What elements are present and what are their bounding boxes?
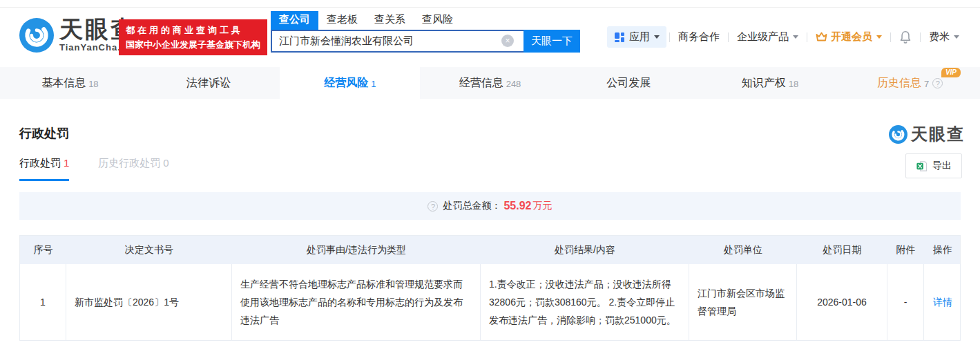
summary-label: 处罚总金额： bbox=[443, 200, 501, 212]
col-header-doc-no: 决定文书号 bbox=[66, 236, 232, 264]
crown-icon bbox=[816, 32, 827, 42]
help-question-icon[interactable]: ? bbox=[932, 78, 943, 88]
tab-label: 公司发展 bbox=[606, 76, 651, 91]
tab-count: 18 bbox=[88, 79, 98, 89]
tab-business-info[interactable]: 经营信息 248 bbox=[420, 67, 560, 99]
business-cooperation-link[interactable]: 商务合作 bbox=[670, 30, 728, 44]
apps-menu[interactable]: 应用 bbox=[607, 26, 666, 48]
enterprise-products-menu[interactable]: 企业级产品 bbox=[729, 30, 807, 44]
col-header-attachment: 附件 bbox=[887, 236, 924, 264]
search-tabs: 查公司 查老板 查关系 查风险 bbox=[271, 12, 580, 30]
tab-count: 7 bbox=[924, 79, 929, 89]
detail-link[interactable]: 详情 bbox=[933, 293, 952, 311]
tab-label: 基本信息 bbox=[41, 76, 86, 91]
tab-count: 1 bbox=[371, 79, 376, 89]
vip-label: 开通会员 bbox=[831, 30, 872, 44]
tianyancha-watermark-icon bbox=[889, 125, 907, 144]
notifications-bell-icon[interactable] bbox=[891, 30, 920, 44]
tab-business-risk[interactable]: 经营风险 1 bbox=[280, 67, 420, 99]
col-header-action: 操作 bbox=[924, 236, 961, 264]
site-header: 天眼查 TianYanCha.com 都在用的商业查询工具 国家中小企业发展子基… bbox=[0, 8, 980, 66]
tab-legal-litigation[interactable]: 法律诉讼 bbox=[140, 67, 280, 99]
subtab-admin-penalty[interactable]: 行政处罚1 bbox=[19, 157, 69, 181]
penalty-amount-unit: 万元 bbox=[533, 200, 553, 212]
col-header-date: 处罚日期 bbox=[797, 236, 887, 264]
cell-index: 1 bbox=[20, 264, 66, 340]
col-header-index: 序号 bbox=[20, 236, 66, 264]
subtab-history-penalty[interactable]: 历史行政处罚0 bbox=[98, 157, 169, 181]
search-tab-relation[interactable]: 查关系 bbox=[366, 11, 414, 30]
col-header-unit: 处罚单位 bbox=[689, 236, 797, 264]
tab-history-info[interactable]: VIP 历史信息 7 ? bbox=[840, 67, 980, 99]
header-menu: 应用 商务合作 企业级产品 开通会员 费米 bbox=[607, 26, 968, 48]
export-label: 导出 bbox=[932, 160, 952, 172]
enterprise-label: 企业级产品 bbox=[737, 30, 789, 44]
cell-action: 详情 bbox=[924, 264, 961, 340]
user-account-menu[interactable]: 费米 bbox=[921, 30, 968, 44]
search-button[interactable]: 天眼一下 bbox=[523, 30, 580, 53]
col-header-result: 处罚结果/内容 bbox=[481, 236, 689, 264]
tab-basic-info[interactable]: 基本信息 18 bbox=[0, 67, 140, 99]
tianyancha-watermark: 天眼查 bbox=[889, 123, 965, 145]
export-button[interactable]: 导出 bbox=[905, 153, 962, 178]
tab-label: 知识产权 bbox=[742, 76, 786, 91]
search-tab-boss[interactable]: 查老板 bbox=[318, 11, 366, 30]
clear-search-icon[interactable]: × bbox=[501, 35, 514, 47]
tab-label: 经营信息 bbox=[459, 76, 503, 91]
watermark-text: 天眼查 bbox=[911, 123, 965, 145]
search-tab-risk[interactable]: 查风险 bbox=[414, 11, 461, 30]
cell-date: 2026-01-06 bbox=[797, 264, 887, 340]
cell-reason: 生产经营不符合地理标志产品标准和管理规范要求而使用该地理标志产品的名称和专用标志… bbox=[232, 264, 481, 340]
username-label: 费米 bbox=[929, 30, 950, 44]
chevron-down-icon bbox=[654, 35, 660, 39]
help-question-icon[interactable]: ? bbox=[427, 201, 438, 212]
apps-label: 应用 bbox=[629, 30, 650, 44]
table-row: 1 新市监处罚〔2026〕1号 生产经营不符合地理标志产品标准和管理规范要求而使… bbox=[19, 264, 961, 341]
tab-count: 248 bbox=[506, 79, 521, 89]
penalty-summary-bar: ? 处罚总金额： 55.92 万元 bbox=[19, 192, 961, 220]
company-nav-tabs: 基本信息 18 法律诉讼 经营风险 1 经营信息 248 公司发展 知识产权 1… bbox=[0, 67, 980, 99]
slogan-line1: 都在用的商业查询工具 bbox=[126, 23, 260, 37]
subtab-label: 历史行政处罚 bbox=[98, 157, 160, 169]
subtab-count: 1 bbox=[64, 157, 69, 169]
penalty-subtabs: 行政处罚1 历史行政处罚0 bbox=[19, 157, 198, 181]
tab-label: 经营风险 bbox=[324, 76, 368, 91]
tab-company-development[interactable]: 公司发展 bbox=[560, 67, 700, 99]
chevron-down-icon bbox=[793, 35, 798, 39]
vip-badge: VIP bbox=[941, 68, 961, 77]
slogan-line2: 国家中小企业发展子基金旗下机构 bbox=[126, 37, 260, 52]
tab-label: 历史信息 bbox=[877, 76, 921, 91]
top-strip bbox=[0, 0, 980, 8]
tianyancha-logo-icon bbox=[19, 18, 54, 53]
search-input[interactable] bbox=[271, 30, 523, 53]
table-header-row: 序号 决定文书号 处罚事由/违法行为类型 处罚结果/内容 处罚单位 处罚日期 附… bbox=[19, 235, 961, 264]
tab-count: 18 bbox=[789, 79, 798, 89]
search-tab-company[interactable]: 查公司 bbox=[271, 11, 318, 30]
subtab-label: 行政处罚 bbox=[19, 157, 61, 169]
section-title: 行政处罚 bbox=[19, 125, 69, 142]
apps-grid-icon bbox=[614, 32, 625, 43]
excel-icon bbox=[916, 160, 928, 172]
search-area: 查公司 查老板 查关系 查风险 × 天眼一下 bbox=[271, 12, 580, 53]
penalty-total-amount: 55.92 bbox=[503, 200, 531, 212]
cell-attachment: - bbox=[887, 264, 924, 340]
cell-unit: 江门市新会区市场监督管理局 bbox=[689, 264, 797, 340]
cooperation-label: 商务合作 bbox=[678, 30, 720, 44]
tab-label: 法律诉讼 bbox=[186, 76, 231, 91]
open-vip-menu[interactable]: 开通会员 bbox=[807, 30, 890, 44]
cell-result: 1.责令改正；没收违法产品；没收违法所得32806元；罚款308160元。 2.… bbox=[481, 264, 689, 340]
penalty-table: 序号 决定文书号 处罚事由/违法行为类型 处罚结果/内容 处罚单位 处罚日期 附… bbox=[19, 235, 961, 341]
chevron-down-icon bbox=[876, 35, 882, 39]
chevron-down-icon bbox=[954, 35, 959, 39]
subtab-count: 0 bbox=[163, 157, 169, 169]
col-header-reason: 处罚事由/违法行为类型 bbox=[232, 236, 481, 264]
slogan-badge: 都在用的商业查询工具 国家中小企业发展子基金旗下机构 bbox=[119, 19, 267, 55]
cell-doc-no: 新市监处罚〔2026〕1号 bbox=[66, 264, 232, 340]
tab-intellectual-property[interactable]: 知识产权 18 bbox=[700, 67, 840, 99]
